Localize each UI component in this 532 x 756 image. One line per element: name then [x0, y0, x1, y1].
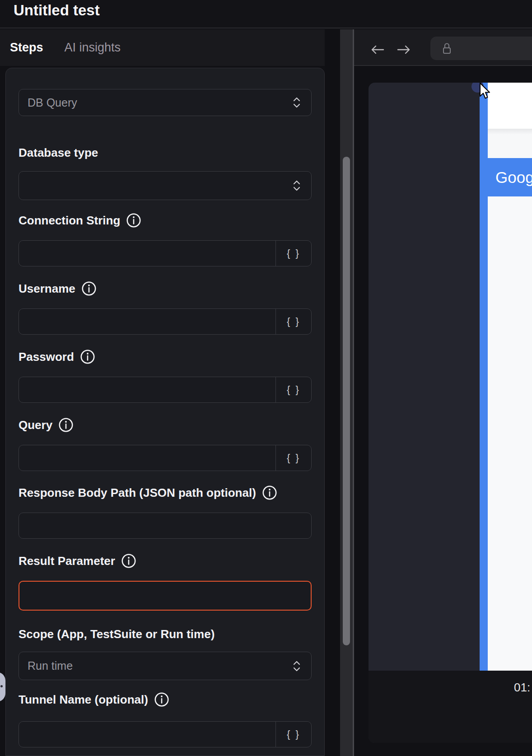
scrollbar-thumb[interactable]: [343, 157, 350, 645]
forward-button[interactable]: [397, 44, 411, 55]
field-label-username: Username: [19, 280, 97, 297]
preview-page-body: [488, 196, 532, 671]
remote-browser-viewport[interactable]: Goog: [369, 83, 532, 671]
info-icon[interactable]: [126, 213, 141, 228]
back-button[interactable]: [370, 44, 385, 55]
tab-ai-insights[interactable]: AI insights: [65, 41, 121, 55]
step-type-select[interactable]: DB Query: [19, 89, 312, 116]
page-title: Untitled test: [14, 0, 100, 20]
step-type-value: DB Query: [28, 96, 77, 109]
info-icon[interactable]: [121, 553, 136, 569]
field-label-password: Password: [19, 349, 95, 365]
arrow-left-icon: [370, 44, 385, 55]
panel-divider: [325, 29, 354, 756]
response-body-path-input[interactable]: [19, 513, 312, 539]
preview-timestamp: 01:: [514, 681, 530, 695]
handle-dot: [0, 685, 3, 687]
insert-variable-button[interactable]: { }: [275, 377, 311, 402]
info-icon[interactable]: [154, 692, 169, 707]
insert-variable-button[interactable]: { }: [275, 722, 311, 747]
chevron-up-down-icon: [293, 97, 300, 108]
field-label-result-parameter: Result Parameter: [19, 553, 136, 569]
info-icon[interactable]: [80, 349, 95, 364]
field-label-database-type: Database type: [19, 145, 98, 161]
result-parameter-input[interactable]: [19, 581, 312, 611]
tab-steps[interactable]: Steps: [10, 41, 43, 55]
live-preview-card: Goog 01:: [369, 83, 532, 743]
preview-page-gray-band: [488, 129, 532, 158]
password-input[interactable]: { }: [19, 377, 312, 403]
tab-bar: Steps AI insights: [0, 29, 325, 66]
arrow-right-icon: [397, 44, 411, 55]
tunnel-name-input[interactable]: { }: [19, 721, 312, 747]
info-icon[interactable]: [81, 281, 97, 296]
insert-variable-button[interactable]: { }: [275, 445, 311, 471]
app-window: Untitled test Steps AI insights: [0, 0, 532, 756]
chevron-up-down-icon: [293, 661, 300, 672]
preview-page-heading: Goog: [495, 168, 532, 187]
title-bar: Untitled test: [0, 0, 532, 28]
address-bar[interactable]: [430, 37, 532, 60]
database-type-select[interactable]: [19, 171, 312, 200]
field-label-connection-string: Connection String: [19, 212, 141, 229]
browser-toolbar: [354, 29, 532, 66]
lock-icon: [442, 42, 452, 55]
edge-floating-handle[interactable]: [0, 672, 5, 702]
field-label-response-body-path: Response Body Path (JSON path optional): [19, 485, 277, 501]
connection-string-input[interactable]: { }: [19, 240, 312, 266]
info-icon[interactable]: [58, 417, 74, 433]
insert-variable-button[interactable]: { }: [275, 241, 311, 266]
preview-blue-banner: Goog: [480, 158, 532, 196]
chevron-up-down-icon: [293, 180, 300, 191]
username-input[interactable]: { }: [19, 308, 312, 335]
divider-line: [353, 29, 354, 756]
field-label-scope: Scope (App, TestSuite or Run time): [19, 626, 215, 642]
preview-status-bar: 01:: [369, 671, 532, 743]
field-label-tunnel-name: Tunnel Name (optional): [19, 691, 169, 708]
insert-variable-button[interactable]: { }: [275, 309, 311, 334]
scope-select[interactable]: Run time: [19, 652, 312, 680]
query-input[interactable]: { }: [19, 445, 312, 471]
mouse-pointer-icon: [479, 83, 496, 101]
field-label-query: Query: [19, 417, 74, 433]
info-icon[interactable]: [262, 485, 277, 500]
